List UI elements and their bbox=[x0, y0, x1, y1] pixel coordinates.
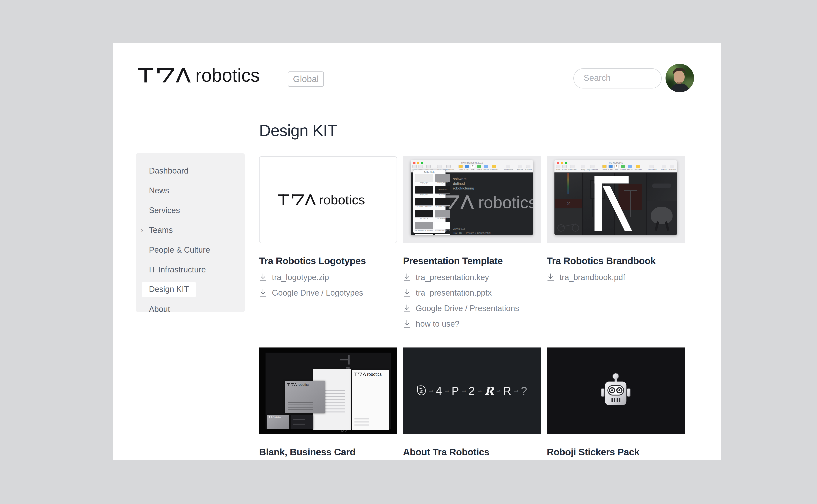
arrow-separator-icon: –› bbox=[429, 388, 433, 394]
arrow-separator-icon: –› bbox=[497, 388, 500, 394]
keynote-window: Tra Robotics ViewZoomAdd SlidePlayKeynot… bbox=[555, 160, 677, 235]
card-blank-business-card: robotics robotics robotics robotics bbox=[259, 347, 397, 458]
download-icon bbox=[259, 273, 267, 281]
slide-layout-tile bbox=[415, 186, 434, 194]
brandbook-thumbnail[interactable]: Tra Robotics ViewZoomAdd SlidePlayKeynot… bbox=[547, 156, 685, 243]
window-title: TRA Branding 2019 bbox=[411, 161, 533, 164]
logotypes-thumbnail[interactable]: robotics bbox=[259, 156, 397, 243]
presentation-thumbnail[interactable]: TRA Branding 2019 ViewZoomAdd SlidePlayK… bbox=[403, 156, 541, 243]
sidebar-item-teams[interactable]: › Teams bbox=[136, 220, 245, 240]
download-link[interactable]: tra_presentation.key bbox=[403, 271, 541, 283]
arrow-separator-icon: –› bbox=[462, 388, 466, 394]
keynote-toolbar: ViewZoomAdd SlidePlayKeynote LiveTableCh… bbox=[556, 165, 676, 172]
sidebar: Dashboard News Services › Teams People &… bbox=[136, 153, 245, 312]
evolution-glyph: R bbox=[485, 384, 494, 397]
slide-layout-tile bbox=[415, 210, 434, 218]
tra-mark-icon bbox=[594, 176, 638, 231]
search-input[interactable] bbox=[573, 68, 662, 88]
download-link[interactable]: Google Drive / Presentations bbox=[403, 302, 541, 315]
window-title: Tra Robotics bbox=[555, 161, 677, 164]
svg-text:robotics: robotics bbox=[319, 194, 365, 205]
toolbar-button-media: Media bbox=[484, 165, 489, 171]
download-icon bbox=[403, 289, 411, 297]
toolbar-button-collaborate: Collaborate bbox=[503, 165, 513, 171]
slide-layout-tile bbox=[415, 174, 434, 182]
toolbar-button-comment: Comment bbox=[634, 165, 642, 171]
avatar[interactable] bbox=[666, 64, 694, 92]
sidebar-item-services[interactable]: Services bbox=[136, 201, 245, 220]
card-logotypes: robotics Tra Robotics Logotypes tra_logo… bbox=[259, 156, 397, 330]
main-panel: robotics Global Design KIT Dashboard Ne bbox=[113, 43, 721, 460]
sidebar-item-about[interactable]: About bbox=[136, 299, 245, 319]
page-title: Design KIT bbox=[259, 121, 337, 140]
slide-layout-tile bbox=[435, 174, 451, 182]
slide-layout-tile: TRA robotics bbox=[435, 186, 451, 194]
robot-emoji-icon bbox=[599, 373, 633, 409]
business-card-thumbnail[interactable]: robotics robotics robotics robotics bbox=[259, 347, 397, 434]
card-title: Tra Robotics Brandbook bbox=[547, 255, 685, 266]
slide-layout-tile bbox=[435, 234, 451, 235]
card-title: Tra Robotics Logotypes bbox=[259, 255, 397, 266]
sidebar-item-it-infrastructure[interactable]: IT Infrastructure bbox=[136, 260, 245, 280]
toolbar-button-text: TText bbox=[615, 165, 619, 171]
toolbar-button-table: Table bbox=[459, 165, 463, 171]
download-icon bbox=[403, 273, 411, 281]
download-link[interactable]: tra_presentation.pptx bbox=[403, 287, 541, 299]
toolbar-button-animate: Animate bbox=[525, 165, 532, 171]
card-title: Blank, Business Card bbox=[259, 447, 397, 458]
download-link[interactable]: tra_brandbook.pdf bbox=[547, 271, 685, 283]
svg-text:robotics: robotics bbox=[195, 68, 260, 83]
download-link[interactable]: Google Drive / Logotypes bbox=[259, 287, 397, 299]
evolution-glyph: 2 bbox=[469, 384, 475, 397]
sidebar-item-people-culture[interactable]: People & Culture bbox=[136, 240, 245, 260]
toolbar-button-collaborate: Collaborate bbox=[647, 165, 657, 171]
global-badge: Global bbox=[288, 71, 324, 87]
roboji-thumbnail[interactable] bbox=[547, 347, 685, 434]
toolbar-button-shape: Shape bbox=[477, 165, 482, 171]
tra-robotics-logo: robotics bbox=[287, 383, 313, 386]
tra-robotics-logo[interactable]: robotics bbox=[138, 68, 278, 83]
stationery-photo: robotics robotics robotics robotics bbox=[265, 353, 390, 429]
tra-robotics-logo: robotics bbox=[354, 373, 386, 376]
card-brandbook: Tra Robotics ViewZoomAdd SlidePlayKeynot… bbox=[547, 156, 685, 330]
toolbar-button-chart: Chart bbox=[465, 165, 469, 171]
about-thumbnail[interactable]: –›4–›P–›2–›R–›R–›? bbox=[403, 347, 541, 434]
sidebar-item-news[interactable]: News bbox=[136, 181, 245, 201]
sidebar-item-design-kit[interactable]: Design KIT bbox=[136, 280, 245, 299]
card-about-tra-robotics: –›4–›P–›2–›R–›R–›? About Tra Robotics bbox=[403, 347, 541, 458]
toolbar-button-view: View bbox=[556, 165, 561, 171]
svg-text:robotics: robotics bbox=[274, 416, 281, 418]
slide-footer-url: www.tra.ai bbox=[453, 227, 465, 230]
slide-layout-tile bbox=[435, 198, 451, 206]
svg-text:robotics: robotics bbox=[478, 195, 533, 209]
toolbar-button-play: Play bbox=[581, 165, 585, 171]
toolbar-button-format: Format bbox=[517, 165, 524, 171]
toolbar-button-animate: Animate bbox=[669, 165, 676, 171]
toolbar-button-format: Format bbox=[661, 165, 667, 171]
evolution-glyph: ? bbox=[521, 384, 527, 397]
toolbar-button-shape: Shape bbox=[620, 165, 626, 171]
arrow-separator-icon: –› bbox=[445, 388, 449, 394]
download-link[interactable]: tra_logotype.zip bbox=[259, 271, 397, 283]
download-icon bbox=[403, 304, 411, 312]
slide-layout-tile bbox=[435, 222, 451, 229]
toolbar-button-media: Media bbox=[627, 165, 633, 171]
avatar-photo-icon bbox=[666, 64, 694, 92]
download-icon bbox=[403, 320, 411, 328]
slide-footer-confidential: Tra LTD — Private & Confidential bbox=[453, 232, 491, 235]
evolution-glyph: P bbox=[452, 384, 459, 397]
brandbook-collage: 2 bbox=[555, 172, 677, 235]
chevron-right-icon: › bbox=[141, 226, 143, 234]
download-icon bbox=[259, 289, 267, 297]
slide-heading: software defined robofacturing bbox=[453, 177, 474, 191]
keynote-window: TRA Branding 2019 ViewZoomAdd SlidePlayK… bbox=[411, 160, 533, 235]
tra-robotics-logo: robotics bbox=[278, 194, 378, 205]
slide-layout-tile bbox=[415, 198, 434, 206]
add-slide-popup: Add a Slide Empty_LightEmpty_MediumEmpty… bbox=[413, 169, 446, 233]
download-link[interactable]: how to use? bbox=[403, 318, 541, 330]
slide-layout-tile bbox=[435, 210, 451, 218]
arrow-separator-icon: –› bbox=[478, 388, 481, 394]
face-glyph-icon bbox=[417, 385, 426, 396]
sidebar-item-dashboard[interactable]: Dashboard bbox=[136, 161, 245, 181]
arrow-separator-icon: –› bbox=[514, 388, 518, 394]
